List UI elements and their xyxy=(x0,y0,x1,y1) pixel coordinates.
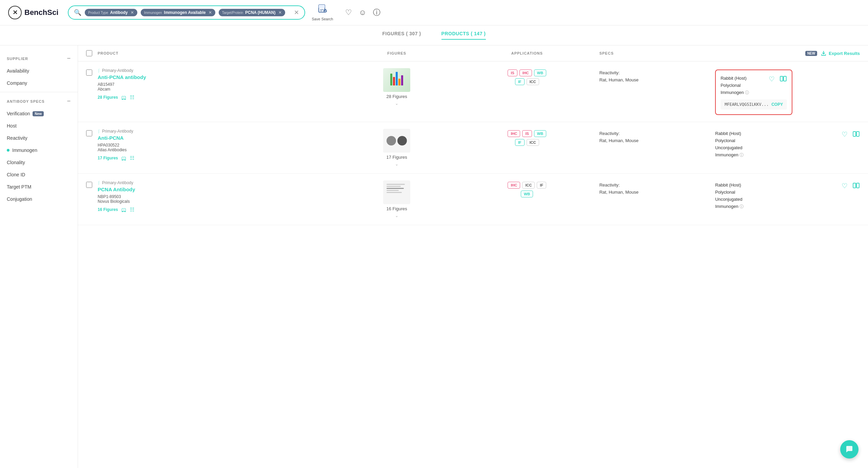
compare-icon-1[interactable] xyxy=(780,75,787,84)
filter-tag-product-type[interactable]: Product Type Antibody ✕ xyxy=(85,9,137,16)
app-tag-ICC-1[interactable]: ICC xyxy=(527,78,539,85)
table-icon-2[interactable]: ☷ xyxy=(130,155,134,161)
tab-products-label: PRODUCTS ( 147 ) xyxy=(441,31,486,36)
product-specs-2: Reactivity: Rat, Human, Mouse xyxy=(599,129,715,144)
favorite-icon-1[interactable]: ♡ xyxy=(769,75,775,84)
figure-thumbnail-3[interactable] xyxy=(383,180,410,204)
col-header-actions: NEW Export Results xyxy=(715,50,860,56)
tab-products[interactable]: PRODUCTS ( 147 ) xyxy=(441,31,486,40)
app-tag-IF-2[interactable]: IF xyxy=(515,139,525,146)
specs-highlight-box-1: Rabbit (Host) Polyclonal Immunogen ⓘ ♡ xyxy=(715,70,792,115)
reactivity-label-3: Reactivity: Rat, Human, Mouse xyxy=(599,182,715,196)
antibody-type-icon-3: ⎰ xyxy=(98,180,100,185)
tab-figures[interactable]: FIGURES ( 307 ) xyxy=(382,31,421,40)
row-checkbox-1[interactable] xyxy=(86,70,92,76)
figure-thumbnail-2[interactable] xyxy=(383,129,410,153)
product-applications-2: IHC IS WB IF ICC xyxy=(455,129,599,146)
figure-chevron-1[interactable]: ⌄ xyxy=(395,101,398,106)
sidebar-item-conjugation[interactable]: Conjugation xyxy=(0,193,78,205)
sidebar-item-host[interactable]: Host xyxy=(0,120,78,132)
product-specs-1: Reactivity: Rat, Human, Mouse xyxy=(599,68,715,84)
app-tag-WB-3[interactable]: WB xyxy=(521,191,533,197)
app-tag-IHC-2[interactable]: IHC xyxy=(508,130,520,137)
sidebar-divider xyxy=(0,92,78,92)
sidebar-item-target-ptm[interactable]: Target PTM xyxy=(0,181,78,193)
user-icon[interactable]: ☺ xyxy=(359,8,366,17)
sidebar-item-immunogen[interactable]: Immunogen xyxy=(0,144,78,156)
compare-icon-2[interactable] xyxy=(852,130,860,139)
search-bar[interactable]: 🔍 Product Type Antibody ✕ Immunogen Immu… xyxy=(68,5,305,20)
product-name-2[interactable]: Anti-PCNA xyxy=(98,135,339,141)
filter-value-immunogen: Immunogen Available xyxy=(164,10,206,15)
sidebar-item-reactivity[interactable]: Reactivity xyxy=(0,132,78,144)
app-tag-WB-1[interactable]: WB xyxy=(534,70,546,76)
app-tag-ICC-2[interactable]: ICC xyxy=(527,139,539,146)
remove-filter-target[interactable]: ✕ xyxy=(278,10,282,15)
immunogen-info-icon-2[interactable]: ⓘ xyxy=(739,153,744,157)
sidebar-item-clonality[interactable]: Clonality xyxy=(0,156,78,169)
remove-filter-immunogen[interactable]: ✕ xyxy=(209,10,212,15)
product-figures-1: 28 Figures ⌄ xyxy=(339,68,454,106)
product-type-2: ⎰ Primary-Antibody xyxy=(98,129,339,134)
filter-tag-target[interactable]: Target/Protein PCNA (HUMAN) ✕ xyxy=(219,9,285,16)
figures-link-2[interactable]: 17 Figures xyxy=(98,156,118,160)
favorite-icon-2[interactable]: ♡ xyxy=(842,130,848,139)
favorites-icon[interactable]: ♡ xyxy=(345,8,352,17)
app-tag-IHC-1[interactable]: IHC xyxy=(519,70,532,76)
app-tag-ICC-3[interactable]: ICC xyxy=(522,182,535,189)
row-checkbox-3[interactable] xyxy=(86,182,92,188)
header-actions: ♡ ☺ ⓘ xyxy=(345,7,380,18)
product-name-1[interactable]: Anti-PCNA antibody xyxy=(98,74,339,80)
product-row: ⎰ Primary-Antibody Anti-PCNA antibody AB… xyxy=(78,61,868,122)
sidebar-item-verification[interactable]: Verification New xyxy=(0,108,78,120)
figures-link-1[interactable]: 28 Figures xyxy=(98,95,118,100)
figures-link-3[interactable]: 16 Figures xyxy=(98,207,118,212)
figure-chevron-3[interactable]: ⌄ xyxy=(395,213,398,218)
antibody-type-icon-2: ⎰ xyxy=(98,129,100,134)
app-tag-WB-2[interactable]: WB xyxy=(534,130,546,137)
book-icon-3[interactable]: 🕮 xyxy=(121,207,126,213)
specs-detail-2: Rabbit (Host) Polyclonal Unconjugated Im… xyxy=(715,130,744,158)
immunogen-info-icon-3[interactable]: ⓘ xyxy=(739,204,744,209)
row-checkbox-2[interactable] xyxy=(86,130,92,136)
collapse-antibody-specs-icon[interactable]: − xyxy=(67,98,71,105)
tabs: FIGURES ( 307 ) PRODUCTS ( 147 ) xyxy=(0,25,868,45)
product-footer-3: 16 Figures 🕮 ☷ xyxy=(98,207,339,213)
chat-bubble-button[interactable] xyxy=(840,440,859,459)
figure-chevron-2[interactable]: ⌄ xyxy=(395,162,398,167)
verification-new-badge: New xyxy=(33,111,44,116)
export-results-button[interactable]: Export Results xyxy=(821,50,860,56)
svg-point-4 xyxy=(323,9,327,13)
product-company-2: Atlas Antibodies xyxy=(98,148,339,152)
app-tag-IHC-3[interactable]: IHC xyxy=(508,182,520,189)
collapse-supplier-icon[interactable]: − xyxy=(67,55,71,62)
sidebar-item-clone-id[interactable]: Clone ID xyxy=(0,169,78,181)
select-all-checkbox[interactable] xyxy=(86,50,92,56)
product-figures-3: 16 Figures ⌄ xyxy=(339,180,454,218)
product-name-3[interactable]: PCNA Antibody xyxy=(98,187,339,192)
book-icon-2[interactable]: 🕮 xyxy=(121,155,126,161)
sidebar-item-availability[interactable]: Availability xyxy=(0,65,78,77)
figure-thumbnail-1[interactable] xyxy=(383,68,410,92)
specs-detail-1: Rabbit (Host) Polyclonal Immunogen ⓘ xyxy=(721,75,749,96)
save-search-button[interactable]: Save Search xyxy=(311,4,334,21)
app-tag-IS-2[interactable]: IS xyxy=(522,130,532,137)
table-icon-1[interactable]: ☷ xyxy=(130,94,134,100)
immunogen-info-icon-1[interactable]: ⓘ xyxy=(745,90,749,95)
favorite-icon-3[interactable]: ♡ xyxy=(842,182,848,191)
app-tag-IF-1[interactable]: IF xyxy=(515,78,525,85)
app-tag-IF-3[interactable]: IF xyxy=(537,182,546,189)
help-icon[interactable]: ⓘ xyxy=(373,7,380,18)
remove-filter-product-type[interactable]: ✕ xyxy=(131,10,134,15)
thumb-blot-3 xyxy=(384,182,409,195)
table-icon-3[interactable]: ☷ xyxy=(130,207,134,213)
app-tags-row-1a: IS IHC WB xyxy=(508,70,546,76)
book-icon-1[interactable]: 🕮 xyxy=(121,95,126,100)
sidebar-item-company[interactable]: Company xyxy=(0,77,78,89)
app-tag-IS-1[interactable]: IS xyxy=(508,70,517,76)
clear-all-button[interactable]: ✕ xyxy=(294,9,299,16)
copy-sequence-button-1[interactable]: COPY xyxy=(771,102,783,107)
figure-count-1: 28 Figures xyxy=(386,94,407,99)
compare-icon-3[interactable] xyxy=(852,182,860,191)
filter-tag-immunogen[interactable]: Immunogen Immunogen Available ✕ xyxy=(141,9,215,16)
